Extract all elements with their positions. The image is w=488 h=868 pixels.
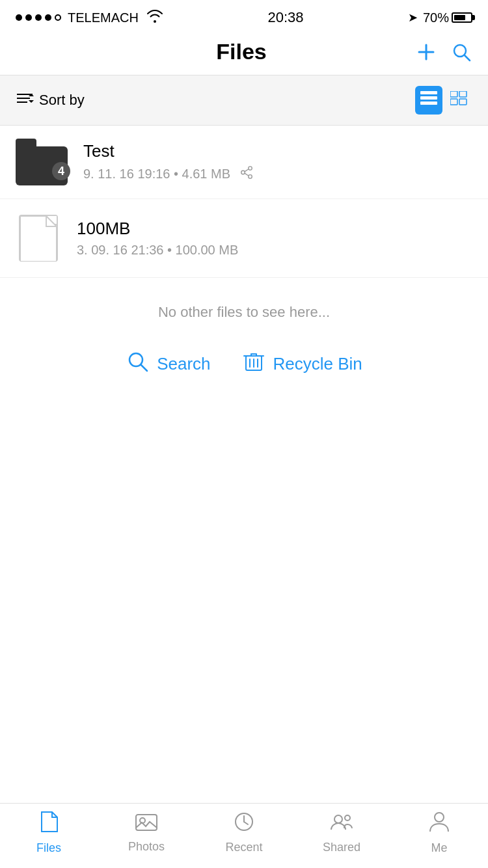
- recent-nav-icon: [234, 811, 254, 837]
- header: Files: [0, 33, 488, 75]
- folder-badge: 4: [52, 162, 70, 180]
- svg-rect-29: [136, 815, 157, 830]
- file-meta: 9. 11. 16 19:16 • 4.61 MB: [83, 165, 472, 183]
- nav-recent[interactable]: Recent: [195, 805, 293, 861]
- folder-tab: [16, 139, 36, 146]
- status-time: 20:38: [267, 9, 303, 26]
- status-right: ➤ 70%: [408, 10, 472, 25]
- list-view-button[interactable]: [415, 86, 442, 115]
- nav-photos[interactable]: Photos: [98, 806, 195, 860]
- signal-dot-3: [35, 14, 42, 21]
- svg-line-33: [244, 822, 248, 824]
- svg-point-15: [241, 170, 245, 174]
- nav-shared-label: Shared: [323, 841, 360, 854]
- signal-dots: [16, 14, 61, 21]
- svg-rect-8: [420, 96, 437, 100]
- recycle-bin-label: Recycle Bin: [273, 354, 362, 374]
- file-info-100mb: 100MB 3. 09. 16 21:36 • 100.00 MB: [77, 219, 472, 258]
- search-button[interactable]: [450, 41, 472, 63]
- nav-me[interactable]: Me: [390, 804, 488, 861]
- file-date-size: 3. 09. 16 21:36 • 100.00 MB: [77, 243, 238, 258]
- nav-files[interactable]: Files: [0, 804, 98, 861]
- empty-message: No other files to see here...: [158, 304, 330, 320]
- carrier-name: TELEMACH: [68, 10, 139, 25]
- file-item-test[interactable]: 4 Test 9. 11. 16 19:16 • 4.61 MB: [0, 126, 488, 199]
- file-date-size: 9. 11. 16 19:16 • 4.61 MB: [83, 167, 230, 182]
- recycle-bin-button[interactable]: Recycle Bin: [242, 349, 362, 378]
- file-item-100mb[interactable]: 100MB 3. 09. 16 21:36 • 100.00 MB: [0, 199, 488, 278]
- nav-shared[interactable]: Shared: [293, 805, 390, 861]
- file-meta: 3. 09. 16 21:36 • 100.00 MB: [77, 243, 472, 258]
- svg-rect-25: [251, 354, 256, 356]
- battery-container: 70%: [423, 10, 472, 25]
- sort-icon: [16, 91, 34, 109]
- svg-line-20: [141, 365, 147, 371]
- bottom-nav: Files Photos Recent: [0, 803, 488, 868]
- file-name: 100MB: [77, 219, 472, 239]
- svg-line-17: [245, 169, 249, 172]
- me-nav-icon: [429, 811, 450, 837]
- svg-rect-10: [450, 91, 457, 97]
- search-action-label: Search: [157, 354, 210, 374]
- wifi-icon: [146, 10, 163, 26]
- recycle-bin-icon: [242, 349, 265, 378]
- svg-rect-7: [420, 91, 437, 94]
- signal-dot-5: [55, 14, 61, 21]
- file-icon: [16, 212, 61, 264]
- grid-view-button[interactable]: [445, 86, 472, 115]
- signal-dot-2: [25, 14, 32, 21]
- nav-files-label: Files: [36, 841, 61, 855]
- svg-rect-9: [420, 102, 437, 105]
- search-action-button[interactable]: Search: [126, 349, 210, 378]
- file-list: 4 Test 9. 11. 16 19:16 • 4.61 MB: [0, 126, 488, 394]
- file-info-test: Test 9. 11. 16 19:16 • 4.61 MB: [83, 141, 472, 183]
- sort-button[interactable]: Sort by: [16, 91, 85, 109]
- signal-dot-4: [45, 14, 51, 21]
- nav-photos-label: Photos: [128, 840, 165, 854]
- add-button[interactable]: [415, 41, 437, 63]
- empty-actions: Search Recycle Bin: [0, 334, 488, 394]
- file-name: Test: [83, 141, 472, 161]
- file-doc: [19, 215, 58, 262]
- svg-point-14: [249, 167, 252, 170]
- svg-point-19: [129, 353, 142, 366]
- svg-line-18: [245, 173, 249, 176]
- svg-point-34: [334, 815, 342, 823]
- empty-state: No other files to see here...: [0, 278, 488, 334]
- signal-dot-1: [16, 14, 22, 21]
- svg-point-16: [249, 175, 252, 179]
- location-icon: ➤: [408, 10, 418, 25]
- svg-rect-11: [459, 91, 467, 97]
- toolbar: Sort by: [0, 75, 488, 126]
- header-actions: [415, 41, 472, 63]
- files-nav-icon: [39, 811, 59, 837]
- shared-icon: [239, 165, 254, 183]
- battery-fill: [454, 15, 465, 20]
- nav-recent-label: Recent: [225, 841, 262, 854]
- nav-me-label: Me: [431, 841, 447, 855]
- svg-rect-13: [459, 99, 467, 105]
- svg-point-36: [435, 813, 444, 822]
- svg-rect-12: [450, 99, 457, 105]
- battery-icon: [452, 12, 472, 23]
- sort-label: Sort by: [39, 92, 85, 109]
- shared-nav-icon: [330, 811, 353, 837]
- search-action-icon: [126, 349, 149, 378]
- folder-icon: 4: [16, 139, 68, 185]
- status-bar: TELEMACH 20:38 ➤ 70%: [0, 0, 488, 33]
- svg-point-35: [345, 815, 350, 821]
- battery-percent: 70%: [423, 10, 449, 25]
- photos-nav-icon: [135, 812, 157, 836]
- page-title: Files: [68, 39, 415, 64]
- svg-line-3: [465, 55, 470, 61]
- status-left: TELEMACH: [16, 10, 163, 26]
- view-toggle: [415, 86, 472, 115]
